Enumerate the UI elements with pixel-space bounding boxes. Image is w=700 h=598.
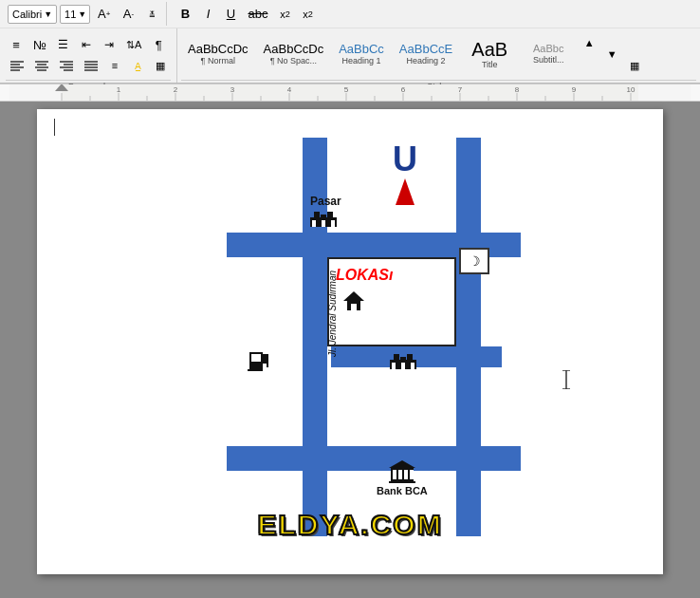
show-marks-btn[interactable]: ¶ [148, 34, 169, 55]
svg-text:10: 10 [627, 85, 636, 94]
factory-icon-right [390, 350, 416, 369]
map-diagram: U Pasar [170, 138, 530, 536]
justify-btn[interactable] [80, 55, 102, 76]
strikethrough-btn[interactable]: abc [243, 4, 272, 25]
style-subtitle-label: Subtitl... [533, 55, 564, 65]
style-nospace-sample: AaBbCcDc [264, 43, 324, 55]
bullets-btn[interactable]: ≡ [6, 34, 27, 55]
svg-text:5: 5 [344, 85, 349, 94]
text-cursor [54, 119, 55, 136]
style-subtitle-btn[interactable]: AaBbc Subtitl... [520, 30, 577, 78]
justify-icon [84, 60, 98, 71]
svg-rect-54 [321, 215, 326, 221]
svg-text:3: 3 [230, 85, 235, 94]
svg-rect-60 [407, 354, 413, 364]
style-nospace-btn[interactable]: AaBbCcDc ¶ No Spac... [257, 30, 331, 78]
ruler: · 1 2 3 4 5 6 7 8 9 10 [0, 84, 700, 102]
decrease-font-btn[interactable]: A- [118, 4, 138, 25]
underline-btn[interactable]: U [220, 4, 241, 25]
style-heading2-btn[interactable]: AaBbCcE Heading 2 [393, 30, 459, 78]
lokasi-label: LOKASı [336, 267, 393, 284]
style-heading2-label: Heading 2 [407, 56, 446, 65]
sort-btn[interactable]: ⇅A [121, 34, 146, 55]
road-vertical-right [456, 138, 481, 536]
borders-btn[interactable]: ▦ [150, 55, 171, 76]
styles-scroll-down-btn[interactable]: ▼ [601, 44, 622, 65]
i-beam-cursor [560, 370, 573, 389]
align-right-btn[interactable] [55, 55, 78, 76]
style-title-label: Title [482, 60, 498, 69]
styles-expand-btn[interactable]: ▦ [624, 55, 645, 76]
svg-rect-75 [410, 470, 414, 479]
svg-rect-67 [251, 354, 261, 362]
align-center-btn[interactable] [30, 55, 53, 76]
decrease-indent-btn[interactable]: ⇤ [76, 34, 97, 55]
svg-rect-72 [393, 470, 396, 479]
clear-format-btn[interactable]: ⩮ [141, 4, 162, 25]
style-normal-label: ¶ Normal [201, 56, 235, 65]
line-spacing-btn[interactable]: ≡ [104, 55, 125, 76]
svg-text:4: 4 [287, 85, 292, 94]
svg-marker-76 [389, 460, 415, 468]
svg-text:8: 8 [515, 85, 520, 94]
style-nospace-label: ¶ No Spac... [270, 56, 317, 65]
italic-btn[interactable]: I [197, 4, 218, 25]
svg-rect-52 [314, 212, 320, 221]
superscript-btn[interactable]: x2 [297, 4, 318, 25]
svg-rect-61 [400, 357, 406, 364]
svg-text:6: 6 [401, 85, 406, 94]
align-left-btn[interactable] [6, 55, 28, 76]
document-area[interactable]: U Pasar [0, 102, 700, 598]
jl-sudirman-label: Jl. Jendral Sudirman [327, 271, 338, 357]
compass-arrow [396, 178, 414, 205]
house-icon [343, 290, 364, 310]
fuel-icon [248, 348, 268, 371]
style-heading1-label: Heading 1 [341, 56, 380, 65]
svg-rect-55 [312, 220, 316, 227]
svg-rect-59 [394, 354, 399, 364]
font-name-selector[interactable]: Calibri ▼ [8, 5, 57, 24]
svg-rect-74 [404, 470, 408, 479]
align-right-icon [60, 60, 73, 71]
font-name-value: Calibri [12, 9, 42, 20]
svg-rect-77 [389, 481, 415, 483]
pasar-label: Pasar [310, 195, 341, 208]
style-normal-btn[interactable]: AaBbCcDc ¶ Normal [181, 30, 255, 78]
style-heading1-sample: AaBbCc [339, 43, 384, 55]
svg-rect-17 [62, 84, 638, 101]
bold-btn[interactable]: B [175, 4, 195, 25]
font-size-dropdown-icon: ▼ [78, 9, 86, 19]
align-left-icon [10, 60, 24, 71]
factory-icon-pasar [310, 208, 337, 227]
increase-font-btn[interactable]: A+ [93, 4, 115, 25]
svg-rect-63 [401, 363, 405, 369]
bank-icon [389, 460, 415, 483]
multilevel-btn[interactable]: ☰ [53, 34, 74, 55]
svg-text:7: 7 [458, 85, 463, 94]
style-heading1-btn[interactable]: AaBbCc Heading 1 [332, 30, 391, 78]
shading-btn[interactable]: A̲ [127, 55, 148, 76]
mosque-symbol: ☽ [469, 253, 481, 269]
road-horizontal-mid [331, 346, 502, 367]
mosque-icon-box: ☽ [459, 248, 489, 274]
styles-scroll-up-btn[interactable]: ▲ [579, 32, 599, 53]
svg-rect-64 [411, 363, 414, 369]
bank-bca-label: Bank BCA [377, 485, 428, 496]
style-subtitle-sample: AaBbc [533, 44, 563, 54]
svg-rect-70 [248, 369, 263, 371]
svg-rect-57 [331, 220, 335, 227]
style-normal-sample: AaBbCcDc [188, 43, 249, 55]
compass: U [393, 142, 417, 205]
svg-rect-56 [322, 220, 325, 227]
style-title-btn[interactable]: AaB Title [461, 30, 518, 78]
style-heading2-sample: AaBbCcE [399, 43, 452, 55]
svg-rect-73 [398, 470, 402, 479]
subscript-btn[interactable]: x2 [274, 4, 295, 25]
ruler-svg: · 1 2 3 4 5 6 7 8 9 10 [9, 84, 691, 101]
text-insertion-cursor [560, 370, 573, 392]
svg-rect-62 [392, 363, 396, 369]
numbering-btn[interactable]: № [28, 34, 51, 55]
font-size-selector[interactable]: 11 ▼ [60, 5, 90, 24]
increase-indent-btn[interactable]: ⇥ [99, 34, 120, 55]
svg-rect-68 [263, 354, 268, 364]
